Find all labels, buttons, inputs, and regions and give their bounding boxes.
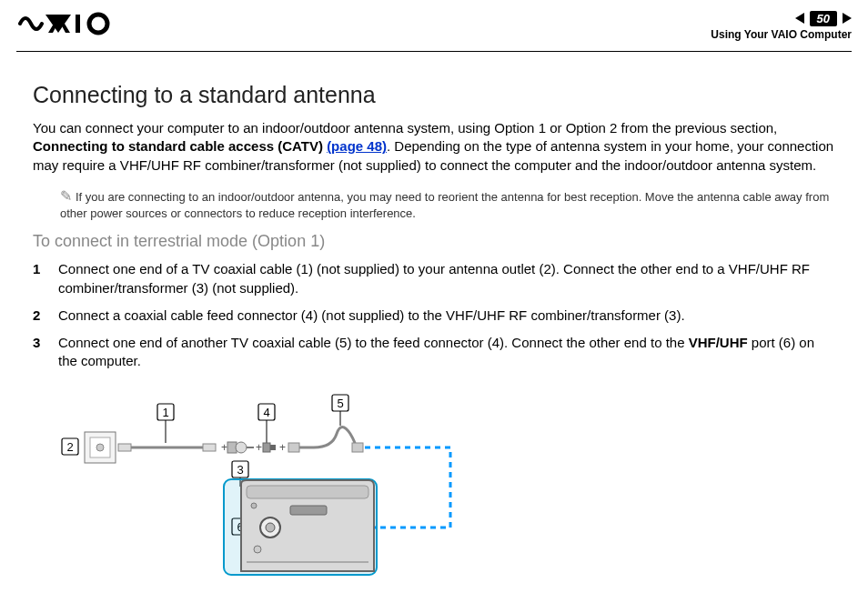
diagram-label-2: 2 [66,440,73,454]
intro-bold: Connecting to standard cable access (CAT… [33,138,327,154]
combiner-icon: + [221,441,254,454]
svg-rect-17 [118,444,131,451]
page-title: Connecting to a standard antenna [33,82,835,108]
subsection-title: To connect in terrestrial mode (Option 1… [33,232,835,251]
svg-point-22 [236,442,247,453]
note-text: If you are connecting to an indoor/outdo… [60,190,829,220]
svg-point-34 [266,523,275,532]
section-label: Using Your VAIO Computer [711,28,852,41]
connection-diagram: 1 2 4 3 5 6 [59,393,487,584]
next-page-arrow-icon[interactable] [843,13,852,24]
svg-point-36 [254,546,261,553]
svg-rect-25 [263,443,270,452]
svg-rect-19 [203,444,216,451]
note-block: ✎If you are connecting to an indoor/outd… [60,187,835,222]
svg-point-32 [251,503,257,508]
prev-page-arrow-icon[interactable] [795,13,804,24]
vaio-logo [18,11,118,40]
svg-text:+: + [256,441,262,454]
svg-point-2 [89,15,107,33]
content-area: Connecting to a standard antenna You can… [33,82,835,380]
page: 50 Using Your VAIO Computer Connecting t… [0,0,868,613]
svg-point-16 [96,444,104,451]
step-3: Connect one end of another TV coaxial ca… [33,334,835,371]
diagram-label-4: 4 [263,406,269,419]
page-header: 50 Using Your VAIO Computer [0,0,868,51]
step-1-text: Connect one end of a TV coaxial cable (1… [58,261,810,295]
computer-port-icon [241,480,374,571]
svg-rect-31 [247,486,368,498]
page-48-link[interactable]: (page 48) [327,138,387,154]
svg-rect-26 [270,445,276,450]
header-divider [16,51,852,52]
steps-list: Connect one end of a TV coaxial cable (1… [33,260,835,370]
svg-rect-35 [290,506,327,515]
page-number-badge: 50 [810,11,837,26]
antenna-outlet-icon [85,432,116,463]
step-1: Connect one end of a TV coaxial cable (1… [33,260,835,297]
svg-rect-1 [76,15,80,33]
svg-text:+: + [221,441,227,454]
svg-rect-28 [288,443,299,452]
pencil-icon: ✎ [60,188,72,204]
feed-connector-icon: + + [256,441,286,454]
svg-text:+: + [279,441,286,454]
step-2-text: Connect a coaxial cable feed connector (… [58,307,685,323]
diagram-label-5: 5 [337,397,343,410]
intro-text-1: You can connect your computer to an indo… [33,120,777,136]
diagram-label-1: 1 [162,406,168,419]
diagram-label-3: 3 [237,463,243,477]
coax-cable-1-icon [118,444,216,451]
step-3-bold: VHF/UHF [689,335,748,350]
page-navigator: 50 Using Your VAIO Computer [711,11,852,41]
coax-cable-5-icon [288,427,363,453]
svg-rect-29 [352,443,363,452]
step-3-text-pre: Connect one end of another TV coaxial ca… [58,335,689,350]
intro-paragraph: You can connect your computer to an indo… [33,119,835,175]
step-2: Connect a coaxial cable feed connector (… [33,306,835,325]
